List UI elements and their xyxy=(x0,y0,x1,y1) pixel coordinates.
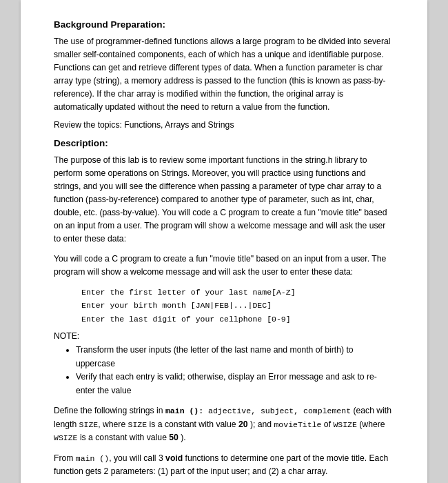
define-middle2: , where xyxy=(98,420,128,429)
define-middle6: (where xyxy=(357,420,385,429)
define-code1-bold: main (): xyxy=(165,406,203,415)
define-code2: SIZE xyxy=(79,420,99,429)
define-val2-bold: 50 xyxy=(169,433,179,442)
define-text-before: Define the following strings in xyxy=(54,406,165,415)
note-section: NOTE: Transform the user inputs (the let… xyxy=(54,331,394,397)
define-middle5: of xyxy=(321,420,333,429)
description-title: Description: xyxy=(54,138,394,148)
define-code6: WSIZE xyxy=(54,433,78,442)
background-prep-paragraph: The use of programmer-defined functions … xyxy=(54,35,394,113)
note-label: NOTE: xyxy=(54,331,394,341)
document-page: Background Preparation: The use of progr… xyxy=(21,0,427,483)
define-code1: main (): xyxy=(165,406,203,415)
review-line: Review the topics: Functions, Arrays and… xyxy=(54,120,394,130)
from-text1: From xyxy=(54,453,76,463)
background-prep-section: Background Preparation: The use of progr… xyxy=(54,19,394,130)
define-code5: WSIZE xyxy=(333,420,357,429)
description-section: Description: The purpose of this lab is … xyxy=(54,138,394,483)
description-paragraph2: You will code a C program to create a fu… xyxy=(54,253,394,279)
define-section: Define the following strings in main ():… xyxy=(54,404,394,445)
define-end: ). xyxy=(179,433,186,442)
from-code1: main () xyxy=(76,454,109,463)
define-val1: 20 xyxy=(238,420,248,429)
code-line-2: Enter your birth month [JAN|FEB|...|DEC] xyxy=(81,299,394,313)
code-block: Enter the first letter of your last name… xyxy=(81,286,394,326)
define-val2: 50 xyxy=(169,433,179,442)
code-line-1: Enter the first letter of your last name… xyxy=(81,286,394,299)
from-text2: , you will call 3 xyxy=(109,453,165,463)
from-section: From main (), you will call 3 void funct… xyxy=(54,452,394,479)
define-code4: movieTitle xyxy=(274,420,321,429)
define-middle3: is a constant with value xyxy=(147,420,238,429)
define-middle4: ); and xyxy=(248,420,274,429)
description-paragraph1: The purpose of this lab is to review som… xyxy=(54,154,394,245)
background-prep-title: Background Preparation: xyxy=(54,19,394,30)
from-bold: void xyxy=(165,453,183,463)
note-item-2: Verify that each entry is valid; otherwi… xyxy=(76,371,394,397)
define-middle7: is a constant with value xyxy=(78,433,170,442)
define-code3: SIZE xyxy=(128,420,147,429)
define-code-adjective: adjective, subject, complement xyxy=(203,406,351,415)
code-line-3: Enter the last digit of your cellphone [… xyxy=(81,313,394,326)
define-val1-bold: 20 xyxy=(238,420,248,429)
note-item-1: Transform the user inputs (the letter of… xyxy=(76,344,394,371)
note-list: Transform the user inputs (the letter of… xyxy=(76,344,394,397)
